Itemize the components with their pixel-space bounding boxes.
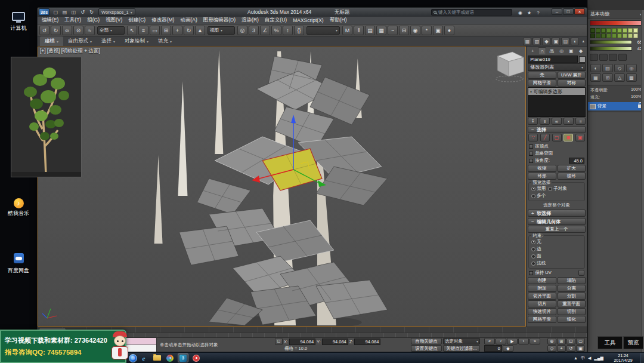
color-swatch[interactable] <box>633 28 638 33</box>
menu-item[interactable]: 创建(C) <box>125 17 148 24</box>
color-swatch[interactable] <box>612 28 617 33</box>
panel-button[interactable]: 创建 <box>528 277 556 284</box>
open-file-icon[interactable]: ▤ <box>61 8 69 16</box>
select-by-name-icon[interactable]: ≡ <box>138 26 148 35</box>
y-coordinate-field[interactable]: 94.084 <box>322 339 348 345</box>
fill-value[interactable]: 100% <box>631 94 642 100</box>
explorer-taskbar-icon[interactable] <box>151 353 162 362</box>
panel-tab-icon[interactable] <box>618 54 627 61</box>
edge-icon[interactable]: ╱ <box>540 134 550 141</box>
remove-modifier-icon[interactable]: × <box>564 118 574 125</box>
motion-tab-icon[interactable]: ◎ <box>558 47 566 54</box>
rendered-frame-window-icon[interactable]: ▣ <box>433 26 443 35</box>
ribbon-icon[interactable]: ▦ <box>523 38 531 45</box>
recorder-taskbar-icon[interactable] <box>191 353 202 362</box>
color-swatch[interactable] <box>606 28 611 33</box>
orbit-icon[interactable]: ↺ <box>566 345 575 352</box>
panel-button[interactable]: 快速切片 <box>528 308 556 315</box>
auto-key-button[interactable]: 自动关键点 <box>411 338 442 344</box>
zoom-region-icon[interactable]: ▭ <box>576 338 585 344</box>
repeat-last-button[interactable]: 重复上一个 <box>528 226 586 233</box>
menu-item[interactable]: 渲染(R) <box>239 17 262 24</box>
current-frame-field[interactable]: 0 <box>484 345 502 352</box>
modifier-set-button[interactable]: UVW 展开 <box>558 72 586 79</box>
layer-row-background[interactable]: 背景 <box>588 102 644 110</box>
key-filters-button[interactable]: 关键点过滤器... <box>443 345 480 352</box>
select-and-scale-icon[interactable]: ▲ <box>195 26 205 35</box>
spinner-snap-icon[interactable]: ↕ <box>283 26 293 35</box>
configure-modifier-sets-icon[interactable]: ≡ <box>575 118 586 125</box>
material-editor-icon[interactable]: ◉ <box>410 26 420 35</box>
panel-button[interactable]: 切片 <box>528 300 556 307</box>
workspace-dropdown[interactable]: Workspace_1▾ <box>98 8 135 16</box>
constraint-edge-radio[interactable]: 边 <box>531 246 556 252</box>
opacity-value[interactable]: 100% <box>631 87 642 93</box>
rollout-edit-geometry-header[interactable]: −编辑几何体 <box>528 218 586 225</box>
menu-item[interactable]: 图形编辑器(D) <box>200 17 239 24</box>
hierarchy-tab-icon[interactable]: 品 <box>548 47 556 54</box>
redo-icon[interactable]: ↻ <box>51 26 61 35</box>
search-input[interactable] <box>438 10 504 15</box>
help-search-box[interactable] <box>431 9 512 16</box>
redo-icon[interactable]: ↻ <box>88 8 95 16</box>
minimize-button[interactable]: – <box>552 8 562 15</box>
object-color-swatch[interactable] <box>579 56 586 63</box>
ribbon-tab[interactable]: 自由形式▾ <box>63 36 97 46</box>
network-icon[interactable]: ▂▄▆ <box>594 356 603 361</box>
angle-value-field[interactable]: 45.0 <box>569 158 584 164</box>
x-coordinate-field[interactable]: 94.084 <box>289 339 315 345</box>
desktop-icon-computer[interactable]: 计算机 <box>2 12 35 32</box>
recorder-tools-button[interactable]: 工具 <box>597 336 623 349</box>
adjustment-icon[interactable]: △ <box>614 73 625 82</box>
color-swatch[interactable] <box>601 33 606 38</box>
create-tab-icon[interactable]: + <box>528 47 537 54</box>
field-of-view-icon[interactable]: ◇ <box>547 345 556 352</box>
percent-snap-icon[interactable]: % <box>271 26 281 35</box>
set-key-button[interactable]: 设置关键点 <box>411 345 442 352</box>
zoom-all-icon[interactable]: ⊞ <box>557 338 566 344</box>
bind-to-space-warp-icon[interactable]: ≈ <box>85 26 95 35</box>
utilities-tab-icon[interactable]: ◆ <box>577 47 585 54</box>
panel-button[interactable]: 环形 <box>528 173 556 180</box>
recorder-preview-button[interactable]: 预览 <box>623 336 643 349</box>
vertex-icon[interactable]: ∵ <box>528 134 538 141</box>
select-and-link-icon[interactable]: ∞ <box>62 26 72 35</box>
color-swatch[interactable] <box>612 33 617 38</box>
color-swatch[interactable] <box>623 33 627 38</box>
menu-item[interactable]: 动画(A) <box>177 17 200 24</box>
lock-selection-toggle[interactable]: ⊡ <box>275 338 283 345</box>
ime-icon[interactable]: 中 <box>581 355 585 361</box>
ribbon-icon[interactable]: ▤ <box>561 38 569 45</box>
desktop-icon-baidu-netdisk[interactable]: 百度网盘 <box>2 253 35 275</box>
color-swatch[interactable] <box>606 33 611 38</box>
modify-tab-icon[interactable]: ∩ <box>538 47 546 54</box>
panel-button[interactable]: 分割 <box>558 293 586 300</box>
panel-tab-icon[interactable] <box>590 54 598 61</box>
color-swatch[interactable] <box>596 28 600 33</box>
unlink-selection-icon[interactable]: ⊘ <box>73 26 83 35</box>
select-and-move-icon[interactable]: + <box>172 26 182 35</box>
viewport-shading-label[interactable]: [明暗处理 + 边面] <box>61 48 100 55</box>
preserve-uv-checkbox[interactable] <box>529 271 533 275</box>
reference-image-window[interactable] <box>11 57 82 177</box>
color-swatch[interactable] <box>617 28 622 33</box>
stack-item-editable-poly[interactable]: ▪可编辑多边形 <box>528 88 585 95</box>
use-pivot-center-icon[interactable]: ◎ <box>237 26 247 35</box>
zoom-extents-icon[interactable]: ⊡ <box>566 338 575 344</box>
ribbon-icon[interactable]: ▧ <box>532 38 541 45</box>
color-swatch[interactable] <box>628 33 633 38</box>
maximize-viewport-toggle-icon[interactable]: ▣ <box>576 345 585 352</box>
mirror-icon[interactable]: M <box>342 26 352 35</box>
polygon-icon[interactable]: ◼ <box>564 134 573 141</box>
adjustment-icon[interactable]: ◎ <box>626 64 637 72</box>
layer-manager-icon[interactable]: ▤ <box>365 26 375 35</box>
modifier-list-dropdown[interactable]: 修改器列表▾ <box>528 63 586 71</box>
adjustment-icon[interactable]: ▩ <box>626 73 637 82</box>
display-tab-icon[interactable]: ▣ <box>567 47 575 54</box>
menu-item[interactable]: 视图(V) <box>103 17 125 24</box>
border-icon[interactable]: ▢ <box>552 134 562 141</box>
perspective-viewport[interactable]: [+] [透视] [明暗处理 + 边面] <box>38 47 526 327</box>
adjustment-icon[interactable]: ⊞ <box>602 73 613 82</box>
snap-toggle-icon[interactable]: 3 <box>249 26 259 35</box>
zoom-icon[interactable]: ⊕ <box>547 338 556 344</box>
